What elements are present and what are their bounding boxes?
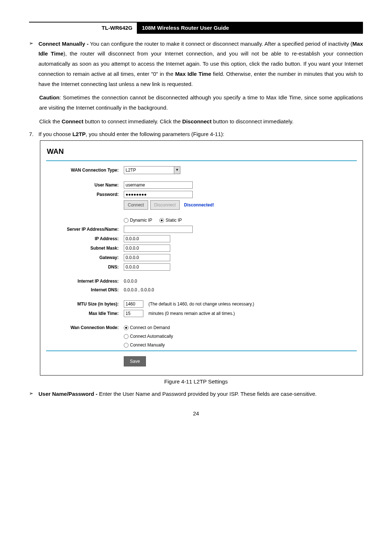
- user-name-label: User Name:: [46, 182, 124, 188]
- header-model: TL-WR642G: [102, 22, 137, 34]
- page-number: 24: [29, 410, 363, 418]
- text: If you choose: [38, 131, 72, 137]
- divider: [46, 160, 357, 161]
- wan-conn-mode-label: Wan Connection Mode:: [46, 324, 124, 331]
- server-ip-input[interactable]: [124, 226, 193, 233]
- internet-dns-value: 0.0.0.0 , 0.0.0.0: [124, 287, 154, 293]
- radio-label: Connect Manually: [130, 342, 165, 348]
- mtu-input[interactable]: 1460: [124, 300, 143, 308]
- page-header: TL-WR642G 108M Wireless Router User Guid…: [29, 22, 363, 34]
- connect-manually-radio[interactable]: Connect Manually: [124, 342, 165, 348]
- subnet-mask-input[interactable]: 0.0.0.0: [124, 245, 170, 252]
- connection-status: Disconnected!: [184, 202, 214, 208]
- connect-on-demand-radio[interactable]: Connect on Demand: [124, 324, 170, 331]
- dns-input[interactable]: 0.0.0.0: [124, 263, 170, 271]
- max-idle-hint: minutes (0 means remain active at all ti…: [148, 310, 235, 317]
- l2tp-bold: L2TP: [72, 131, 86, 137]
- caution-label: Caution: [39, 94, 60, 100]
- dynamic-ip-radio[interactable]: Dynamic IP: [124, 217, 152, 223]
- bullet-text: Enter the User Name and Password provide…: [98, 391, 317, 397]
- text: button to connect immediately. Click the: [83, 118, 182, 124]
- figure-title: WAN: [47, 146, 357, 157]
- text: Click the: [39, 118, 62, 124]
- chevron-down-icon: ▼: [174, 167, 180, 174]
- wan-conn-type-select[interactable]: L2TP ▼: [124, 166, 180, 174]
- mtu-label: MTU Size (in bytes):: [46, 301, 124, 307]
- step-number: 7.: [29, 130, 38, 139]
- ip-address-input[interactable]: 0.0.0.0: [124, 235, 170, 242]
- wan-conn-type-label: WAN Connection Type:: [46, 167, 124, 173]
- connect-automatically-radio[interactable]: Connect Automatically: [124, 333, 173, 340]
- radio-icon: [124, 334, 128, 339]
- internet-dns-label: Internet DNS:: [46, 287, 124, 293]
- internet-ip-value: 0.0.0.0: [124, 278, 137, 284]
- connect-bold: Connect: [62, 118, 83, 124]
- radio-icon: [159, 218, 164, 223]
- dns-label: DNS:: [46, 264, 124, 270]
- radio-icon: [124, 343, 128, 348]
- select-value: L2TP: [126, 167, 136, 173]
- figure-caption: Figure 4-11 L2TP Settings: [29, 378, 363, 386]
- subnet-mask-label: Subnet Mask:: [46, 245, 124, 251]
- connect-button[interactable]: Connect: [124, 200, 148, 210]
- internet-ip-label: Internet IP Address:: [46, 278, 124, 284]
- static-ip-radio[interactable]: Static IP: [159, 217, 182, 223]
- figure-4-11: WAN WAN Connection Type: L2TP ▼ User Nam…: [40, 140, 363, 376]
- server-ip-label: Server IP Address/Name:: [46, 226, 124, 233]
- max-idle-bold-2: Max Idle Time: [175, 71, 211, 77]
- ip-address-label: IP Address:: [46, 235, 124, 242]
- radio-label: Connect Automatically: [130, 333, 173, 340]
- radio-label: Connect on Demand: [130, 324, 170, 331]
- bullet-text: You can configure the router to make it …: [89, 41, 352, 47]
- max-idle-input[interactable]: 15: [124, 310, 143, 317]
- bullet-user-password: ➢ User Name/Password - Enter the User Na…: [29, 389, 363, 399]
- header-title: 108M Wireless Router User Guide: [137, 22, 363, 34]
- divider: [46, 350, 357, 351]
- max-idle-label: Max Idle Time:: [46, 310, 124, 317]
- bullet-arrow-icon: ➢: [29, 389, 33, 399]
- save-button[interactable]: Save: [124, 356, 146, 366]
- radio-label: Dynamic IP: [130, 217, 152, 223]
- bullet-arrow-icon: ➢: [29, 39, 33, 89]
- mtu-hint: (The default is 1460, do not change unle…: [148, 301, 254, 307]
- click-paragraph: Click the Connect button to connect imme…: [39, 116, 363, 127]
- password-label: Password:: [46, 191, 124, 198]
- text: button to disconnect immediately.: [212, 118, 294, 124]
- gateway-input[interactable]: 0.0.0.0: [124, 254, 170, 261]
- radio-icon: [124, 325, 128, 330]
- bullet-connect-manually: ➢ Connect Manually - You can configure t…: [29, 39, 363, 89]
- gateway-label: Gateway:: [46, 254, 124, 261]
- bullet-label: Connect Manually -: [38, 41, 89, 47]
- radio-icon: [124, 218, 128, 223]
- step-7: 7. If you choose L2TP, you should enter …: [29, 130, 363, 139]
- user-name-input[interactable]: username: [124, 181, 193, 189]
- bullet-label: User Name/Password -: [38, 391, 98, 397]
- text: , you should enter the following paramet…: [86, 131, 224, 137]
- disconnect-button[interactable]: Disconnect: [150, 200, 180, 210]
- password-input[interactable]: ●●●●●●●●: [124, 191, 193, 198]
- caution-paragraph: Caution: Sometimes the connection cannot…: [39, 93, 363, 113]
- disconnect-bold: Disconnect: [182, 118, 212, 124]
- caution-text: : Sometimes the connection cannot be dis…: [39, 94, 363, 111]
- radio-label: Static IP: [166, 217, 182, 223]
